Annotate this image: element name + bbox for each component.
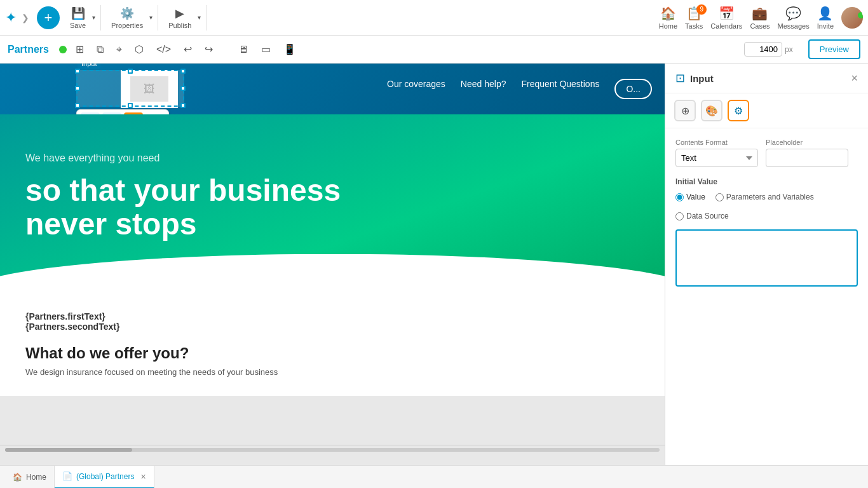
nav-links: Our coverages Need help? Frequent Questi… (387, 79, 652, 99)
properties-icon: ⚙️ (120, 6, 134, 20)
handle-middle-right[interactable] (180, 86, 186, 91)
input-element-tag: Input (78, 64, 100, 69)
nav-invite[interactable]: 👤 Invite (817, 6, 834, 30)
radio-datasource-input[interactable] (675, 212, 684, 220)
properties-label: Properties (111, 22, 143, 29)
panel-title: Input (690, 73, 714, 84)
width-input-group: px (744, 42, 793, 57)
properties-dropdown-arrow[interactable]: ▾ (148, 14, 154, 21)
hero-section: We have everything you need so that your… (0, 114, 665, 292)
layers-button[interactable]: ⧉ (93, 41, 107, 58)
preview-button[interactable]: Preview (808, 39, 860, 59)
width-input[interactable] (744, 42, 782, 57)
horizontal-scrollbar[interactable] (0, 445, 665, 454)
save-dropdown-arrow[interactable]: ▾ (91, 14, 97, 21)
nav-cases[interactable]: 💼 Cases (750, 6, 770, 30)
initial-value-section: Initial Value Value Parameters and Varia… (675, 177, 858, 288)
main-content: Input 🖼 (0, 64, 868, 465)
undo-button[interactable]: ↩ (180, 41, 196, 58)
handle-top-right[interactable] (180, 69, 186, 74)
scroll-track (5, 448, 660, 452)
canvas-area[interactable]: Input 🖼 (0, 64, 665, 465)
section-subtitle: We design insurance focused on meeting t… (25, 367, 639, 377)
radio-datasource-label: Data Source (686, 212, 729, 220)
scroll-thumb[interactable] (5, 448, 132, 452)
cases-icon: 💼 (752, 6, 768, 21)
handle-top-left[interactable] (75, 69, 80, 74)
add-button[interactable]: + (37, 6, 60, 29)
hero-wave (0, 254, 665, 292)
publish-dropdown-arrow[interactable]: ▾ (196, 14, 202, 21)
radio-value-option[interactable]: Value (675, 193, 705, 201)
partner-texts: {Partners.firstText} {Partners.secondTex… (25, 311, 639, 332)
grid-view-button[interactable]: ⊞ (72, 41, 88, 58)
redo-button[interactable]: ↪ (201, 41, 217, 58)
user-avatar[interactable] (841, 7, 863, 29)
panel-tab-style[interactable]: 🎨 (701, 100, 722, 121)
tasks-badge: 9 (696, 4, 707, 15)
calendars-label: Calendars (710, 22, 742, 30)
handle-bottom-center[interactable] (128, 103, 133, 108)
nav-link-faq[interactable]: Frequent Questions (521, 79, 599, 99)
content-section: {Partners.firstText} {Partners.secondTex… (0, 292, 665, 396)
input-element[interactable]: Input (76, 70, 184, 107)
publish-button[interactable]: ▶ Publish (165, 4, 195, 32)
radio-value-input[interactable] (675, 193, 684, 201)
initial-value-textarea[interactable] (675, 229, 858, 287)
secondary-toolbar: Partners ⊞ ⧉ ⌖ ⬡ </> ↩ ↪ 🖥 ▭ 📱 px Previe… (0, 36, 868, 64)
calendars-icon: 📅 (719, 6, 735, 21)
nav-messages[interactable]: 💬 Messages (778, 6, 810, 30)
select-button[interactable]: ⬡ (131, 41, 147, 58)
bottom-tab-bar: 🏠 Home 📄 (Global) Partners × (0, 465, 868, 488)
save-button[interactable]: 💾 Save (66, 4, 90, 32)
page-header-section: Input 🖼 (0, 64, 665, 114)
invite-icon: 👤 (817, 6, 833, 21)
paths-button[interactable]: ⌖ (112, 41, 126, 58)
logo-icon[interactable]: ✦ (5, 10, 17, 26)
handle-bottom-left[interactable] (75, 103, 80, 108)
properties-button[interactable]: ⚙️ Properties (107, 4, 147, 32)
contents-format-label: Contents Format (675, 139, 758, 146)
nav-calendars[interactable]: 📅 Calendars (710, 6, 742, 30)
handle-middle-left[interactable] (75, 86, 80, 91)
messages-icon: 💬 (785, 6, 801, 21)
nav-cta-button[interactable]: O... (614, 79, 652, 99)
online-status-dot (858, 12, 863, 18)
hero-title-line2: never stops (25, 207, 196, 241)
input-panel-icon: ⊡ (675, 71, 685, 85)
tablet-view-button[interactable]: ▭ (257, 41, 275, 58)
radio-params-label: Parameters and Variables (726, 193, 814, 201)
radio-datasource-option[interactable]: Data Source (675, 212, 729, 220)
breadcrumb-arrow[interactable]: ❯ (22, 13, 29, 23)
nav-link-help[interactable]: Need help? (461, 79, 506, 99)
panel-tab-settings[interactable]: ⚙ (728, 100, 749, 121)
home-tab[interactable]: 🏠 Home (5, 466, 55, 489)
publish-group: ▶ Publish ▾ (161, 5, 207, 30)
desktop-view-button[interactable]: 🖥 (234, 41, 252, 58)
handle-bottom-right[interactable] (180, 103, 186, 108)
active-tab-label: (Global) Partners (76, 472, 134, 481)
radio-params-option[interactable]: Parameters and Variables (715, 193, 814, 201)
cases-label: Cases (750, 22, 770, 30)
tasks-label: Tasks (685, 22, 703, 30)
panel-tab-layout[interactable]: ⊕ (674, 100, 696, 121)
placeholder-input[interactable] (766, 149, 848, 167)
tab-close-button[interactable]: × (140, 471, 146, 482)
active-tab[interactable]: 📄 (Global) Partners × (55, 466, 154, 489)
panel-close-button[interactable]: × (851, 72, 858, 85)
home-label: Home (659, 22, 677, 30)
nav-home[interactable]: 🏠 Home (659, 6, 677, 30)
handle-top-center[interactable] (128, 69, 133, 74)
mobile-view-button[interactable]: 📱 (280, 41, 300, 58)
publish-icon: ▶ (175, 6, 184, 20)
home-tab-icon: 🏠 (13, 473, 22, 482)
save-icon: 💾 (71, 6, 85, 20)
radio-params-input[interactable] (715, 193, 724, 201)
nav-link-coverages[interactable]: Our coverages (387, 79, 445, 99)
code-button[interactable]: </> (153, 41, 175, 58)
home-tab-label: Home (26, 473, 46, 482)
nav-tasks[interactable]: 📋 9 Tasks (685, 6, 703, 30)
radio-group-initial-value: Value Parameters and Variables Data Sour… (675, 193, 858, 220)
contents-format-select[interactable]: Text Number Email Password Date (675, 149, 758, 167)
panel-body: Contents Format Text Number Email Passwo… (665, 128, 868, 465)
